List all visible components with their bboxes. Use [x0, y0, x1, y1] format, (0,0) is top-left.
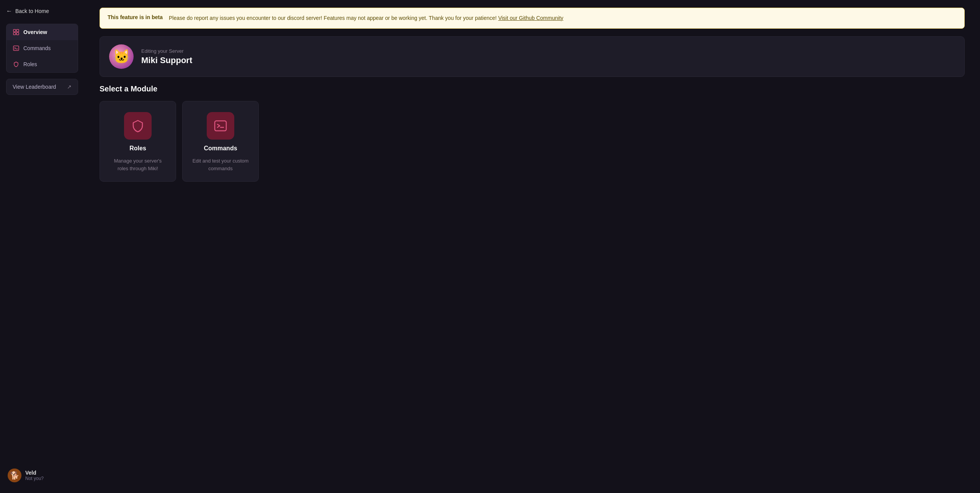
commands-module-icon-bg — [207, 112, 234, 140]
module-card-commands[interactable]: Commands Edit and test your custom comma… — [182, 101, 259, 182]
user-sub-label: Not you? — [25, 476, 44, 481]
server-card: 🐱 Editing your Server Miki Support — [100, 36, 965, 77]
main-content: This feature is in beta Please do report… — [84, 0, 980, 493]
roles-shield-icon — [131, 119, 145, 133]
user-name: Veld — [25, 470, 44, 476]
roles-module-name: Roles — [129, 145, 146, 152]
sidebar-item-roles[interactable]: Roles — [7, 56, 78, 72]
server-info: Editing your Server Miki Support — [141, 48, 192, 65]
commands-module-name: Commands — [204, 145, 237, 152]
server-avatar: 🐱 — [109, 44, 134, 69]
user-avatar: 🐕 — [8, 469, 21, 482]
back-arrow-icon: ← — [6, 8, 12, 15]
sidebar-item-commands[interactable]: Commands — [7, 40, 78, 56]
modules-grid: Roles Manage your server's roles through… — [100, 101, 965, 182]
terminal-icon — [13, 45, 20, 52]
svg-rect-6 — [215, 121, 226, 131]
grid-icon — [13, 29, 20, 36]
back-to-home-label: Back to Home — [15, 8, 49, 14]
sidebar: ← Back to Home Overview — [0, 0, 84, 493]
view-leaderboard-label: View Leaderboard — [13, 84, 56, 90]
svg-rect-2 — [13, 33, 16, 35]
roles-module-icon-bg — [124, 112, 152, 140]
roles-module-desc: Manage your server's roles through Miki! — [109, 157, 167, 172]
sidebar-commands-label: Commands — [23, 45, 51, 51]
beta-label: This feature is in beta — [108, 14, 163, 20]
svg-rect-3 — [16, 33, 19, 35]
sidebar-roles-label: Roles — [23, 61, 37, 67]
external-link-icon: ↗ — [67, 84, 72, 90]
module-card-roles[interactable]: Roles Manage your server's roles through… — [100, 101, 176, 182]
beta-text: Please do report any issues you encounte… — [169, 14, 564, 22]
back-to-home-link[interactable]: ← Back to Home — [6, 8, 78, 15]
view-leaderboard-button[interactable]: View Leaderboard ↗ — [6, 79, 78, 95]
user-info: Veld Not you? — [25, 470, 44, 481]
shield-icon — [13, 61, 20, 68]
modules-section-title: Select a Module — [100, 85, 965, 93]
svg-rect-0 — [13, 29, 16, 32]
server-name: Miki Support — [141, 55, 192, 65]
commands-module-desc: Edit and test your custom commands — [192, 157, 249, 172]
beta-banner: This feature is in beta Please do report… — [100, 8, 965, 29]
editing-label: Editing your Server — [141, 48, 192, 54]
commands-terminal-icon — [214, 119, 227, 133]
user-profile-section: 🐕 Veld Not you? — [6, 465, 78, 485]
github-community-link[interactable]: Visit our Github Community — [498, 15, 563, 21]
svg-rect-4 — [13, 46, 19, 50]
sidebar-nav: Overview Commands Roles — [6, 24, 78, 73]
modules-section: Select a Module Roles Manage your server… — [100, 85, 965, 182]
svg-rect-1 — [16, 29, 19, 32]
sidebar-overview-label: Overview — [23, 29, 47, 35]
sidebar-item-overview[interactable]: Overview — [7, 24, 78, 40]
